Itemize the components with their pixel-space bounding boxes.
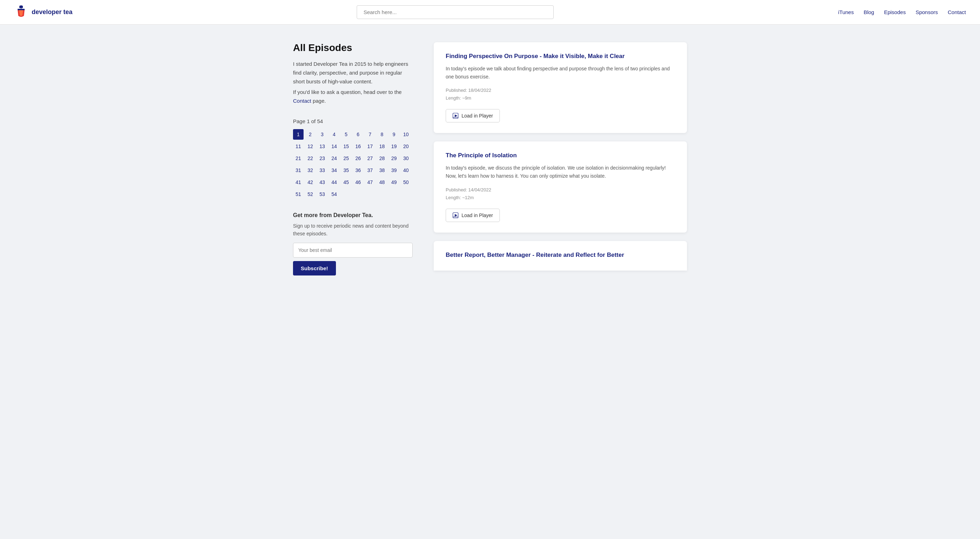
page-btn-39[interactable]: 39 [389,165,399,176]
page-btn-50[interactable]: 50 [401,177,411,188]
logo-link[interactable]: developer tea [14,5,72,19]
episode-length-1: Length: ~9m [445,94,675,102]
episode-card-3: Better Report, Better Manager - Reiterat… [434,241,687,270]
page-btn-9[interactable]: 9 [389,129,399,140]
sidebar-desc-1: I started Developer Tea in 2015 to help … [293,60,413,86]
page-btn-25[interactable]: 25 [341,153,352,164]
page-btn-43[interactable]: 43 [317,177,328,188]
nav-episodes[interactable]: Episodes [884,9,906,15]
svg-rect-2 [19,6,23,8]
page-btn-36[interactable]: 36 [353,165,363,176]
nav-sponsors[interactable]: Sponsors [916,9,938,15]
newsletter-title: Get more from Developer Tea. [293,212,413,218]
contact-link[interactable]: Contact [293,98,311,104]
logo-icon [14,5,28,19]
page-btn-14[interactable]: 14 [329,141,339,152]
page-btn-27[interactable]: 27 [365,153,375,164]
page-btn-19[interactable]: 19 [389,141,399,152]
episode-length-2: Length: ~12m [445,194,675,202]
page-btn-38[interactable]: 38 [377,165,387,176]
page-btn-5[interactable]: 5 [341,129,352,140]
page-btn-3[interactable]: 3 [317,129,328,140]
page-btn-8[interactable]: 8 [377,129,387,140]
main-content: All Episodes I started Developer Tea in … [279,25,701,293]
page-btn-6[interactable]: 6 [353,129,363,140]
page-btn-54[interactable]: 54 [329,189,339,199]
load-player-button-2[interactable]: Load in Player [445,208,500,222]
nav-itunes[interactable]: iTunes [838,9,854,15]
page-btn-1[interactable]: 1 [293,129,304,140]
page-btn-18[interactable]: 18 [377,141,387,152]
nav-blog[interactable]: Blog [864,9,874,15]
page-btn-21[interactable]: 21 [293,153,304,164]
page-btn-33[interactable]: 33 [317,165,328,176]
page-title: All Episodes [293,42,413,54]
page-btn-37[interactable]: 37 [365,165,375,176]
page-btn-40[interactable]: 40 [401,165,411,176]
pagination-label: Page 1 of 54 [293,118,413,124]
page-btn-44[interactable]: 44 [329,177,339,188]
episode-published-2: Published: 14/04/2022 [445,186,675,194]
page-btn-34[interactable]: 34 [329,165,339,176]
load-player-label-2: Load in Player [461,213,493,218]
episode-title-2[interactable]: The Principle of Isolation [445,152,675,159]
page-btn-12[interactable]: 12 [305,141,315,152]
page-btn-48[interactable]: 48 [377,177,387,188]
page-btn-15[interactable]: 15 [341,141,352,152]
load-player-button-1[interactable]: Load in Player [445,109,500,122]
page-btn-26[interactable]: 26 [353,153,363,164]
page-btn-23[interactable]: 23 [317,153,328,164]
page-btn-35[interactable]: 35 [341,165,352,176]
search-input[interactable] [357,5,554,19]
newsletter: Get more from Developer Tea. Sign up to … [293,212,413,275]
svg-marker-5 [455,115,458,118]
episode-desc-2: In today's episode, we discuss the princ… [445,164,675,180]
page-btn-17[interactable]: 17 [365,141,375,152]
episode-title-3[interactable]: Better Report, Better Manager - Reiterat… [445,251,675,259]
player-icon-2 [452,212,459,218]
page-btn-49[interactable]: 49 [389,177,399,188]
newsletter-desc: Sign up to receive periodic news and con… [293,222,413,238]
page-btn-24[interactable]: 24 [329,153,339,164]
svg-marker-8 [455,214,458,217]
page-btn-28[interactable]: 28 [377,153,387,164]
page-btn-53[interactable]: 53 [317,189,328,199]
page-btn-32[interactable]: 32 [305,165,315,176]
search-bar-container [357,5,554,19]
page-btn-2[interactable]: 2 [305,129,315,140]
page-btn-47[interactable]: 47 [365,177,375,188]
page-btn-22[interactable]: 22 [305,153,315,164]
page-btn-16[interactable]: 16 [353,141,363,152]
page-btn-51[interactable]: 51 [293,189,304,199]
page-btn-31[interactable]: 31 [293,165,304,176]
svg-rect-3 [18,9,25,10]
page-btn-4[interactable]: 4 [329,129,339,140]
episode-desc-1: In today's episode we talk about finding… [445,65,675,81]
load-player-label-1: Load in Player [461,113,493,119]
page-btn-20[interactable]: 20 [401,141,411,152]
page-btn-7[interactable]: 7 [365,129,375,140]
page-btn-11[interactable]: 11 [293,141,304,152]
page-btn-46[interactable]: 46 [353,177,363,188]
sidebar-desc-2: If you'd like to ask a question, head ov… [293,88,413,105]
episode-title-1[interactable]: Finding Perspective On Purpose - Make it… [445,53,675,60]
header: developer tea iTunes Blog Episodes Spons… [0,0,980,25]
pagination: 1234567891011121314151617181920212223242… [293,129,413,199]
sidebar-desc-2-end: page. [313,98,326,104]
page-btn-45[interactable]: 45 [341,177,352,188]
page-btn-41[interactable]: 41 [293,177,304,188]
logo-text: developer tea [32,8,72,16]
nav-contact[interactable]: Contact [948,9,966,15]
page-btn-13[interactable]: 13 [317,141,328,152]
email-input[interactable] [293,243,413,258]
page-btn-29[interactable]: 29 [389,153,399,164]
episodes-list: Finding Perspective On Purpose - Make it… [434,42,687,270]
player-icon-1 [452,113,459,119]
subscribe-button[interactable]: Subscribe! [293,261,336,275]
page-btn-52[interactable]: 52 [305,189,315,199]
page-btn-10[interactable]: 10 [401,129,411,140]
episode-card-1: Finding Perspective On Purpose - Make it… [434,42,687,133]
page-btn-30[interactable]: 30 [401,153,411,164]
episode-card-2: The Principle of Isolation In today's ep… [434,142,687,232]
page-btn-42[interactable]: 42 [305,177,315,188]
